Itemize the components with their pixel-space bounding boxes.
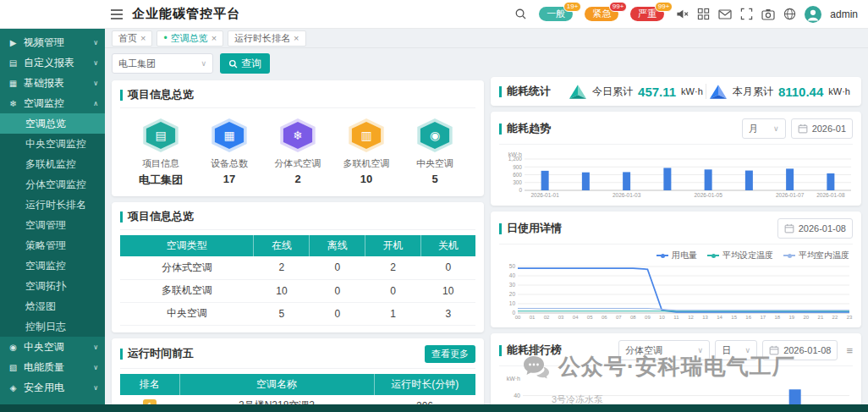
- view-more-button[interactable]: 查看更多: [425, 345, 475, 363]
- chevron-down-icon: ∨: [773, 124, 779, 133]
- svg-text:300: 300: [513, 179, 522, 185]
- query-button[interactable]: 查询: [220, 53, 270, 74]
- title-accent: [120, 349, 123, 360]
- tab-label: 空调总览: [171, 32, 208, 45]
- close-icon[interactable]: ×: [294, 32, 299, 45]
- svg-text:2026-01-03: 2026-01-03: [613, 192, 641, 198]
- sidebar-subitem-控制日志[interactable]: 控制日志: [0, 316, 105, 337]
- alarm-badge-一般[interactable]: 一般19+: [539, 7, 573, 21]
- close-icon[interactable]: ×: [140, 32, 146, 45]
- mail-icon[interactable]: [718, 8, 732, 20]
- sidebar-subitem-焓湿图[interactable]: 焓湿图: [0, 296, 105, 316]
- video-icon: ▶: [7, 38, 19, 47]
- alarm-badge-严重[interactable]: 严重99+: [630, 7, 664, 21]
- alarm-count-badge: 99+: [609, 2, 628, 12]
- sidebar-subitem-多联机监控[interactable]: 多联机监控: [0, 154, 105, 174]
- daily-usage-legend: 用电量平均设定温度平均室内温度: [499, 250, 849, 261]
- trend-date-picker[interactable]: 2026-01: [791, 118, 853, 139]
- rank-period-select[interactable]: 日 ∨: [715, 340, 757, 360]
- overview-label: 设备总数: [197, 157, 261, 170]
- sidebar-item-安全用电[interactable]: ◈安全用电∨: [0, 377, 105, 398]
- energy-trend-chart[interactable]: 03006009001,2002026-01-012026-01-032026-…: [499, 150, 856, 199]
- alarm-badge-紧急[interactable]: 紧急99+: [585, 7, 618, 21]
- sidebar-subitem-空调总览[interactable]: 空调总览: [0, 113, 105, 134]
- chevron-down-icon: ∨: [93, 364, 98, 371]
- svg-text:08: 08: [630, 315, 636, 320]
- trend-period-select[interactable]: 月 ∨: [742, 118, 786, 139]
- sidebar-item-基础报表[interactable]: ▦基础报表∨: [0, 73, 105, 93]
- right-column: 能耗统计 今日累计 457.11 kW·h 本月累计: [491, 77, 861, 407]
- sidebar-subitem-空调监控[interactable]: 空调监控: [0, 255, 105, 276]
- card-title: 运行时间前五: [128, 346, 194, 361]
- sidebar-item-电能质量[interactable]: ▧电能质量∨: [0, 357, 105, 377]
- stat-unit: kW·h: [681, 86, 703, 96]
- svg-text:14: 14: [717, 315, 722, 320]
- multi-ac-icon: ▥: [347, 118, 386, 152]
- fullscreen-icon[interactable]: [740, 8, 753, 20]
- project-info-icon: ▤: [141, 118, 180, 152]
- table-row[interactable]: 中央空调5013: [120, 302, 475, 325]
- svg-text:2026-01-01: 2026-01-01: [531, 192, 560, 198]
- chart-menu-icon[interactable]: ≡: [846, 344, 853, 357]
- svg-text:00: 00: [515, 315, 521, 320]
- legend-item-用电量[interactable]: 用电量: [656, 250, 697, 261]
- sidebar-subitem-分体空调监控[interactable]: 分体空调监控: [0, 174, 105, 195]
- tab-运行时长排名[interactable]: 运行时长排名×: [228, 30, 305, 47]
- svg-text:22: 22: [832, 315, 838, 320]
- sidebar-item-空调监控[interactable]: ❄空调监控∧: [0, 93, 105, 113]
- table-row[interactable]: 分体式空调2020: [120, 256, 475, 279]
- tab-空调总览[interactable]: •空调总览×: [157, 30, 223, 47]
- title-accent: [120, 211, 123, 222]
- sidebar-subitem-运行时长排名[interactable]: 运行时长排名: [0, 195, 105, 215]
- rank-date-picker[interactable]: 2026-01-08: [762, 340, 838, 360]
- sidebar-item-自定义报表[interactable]: ▤自定义报表∨: [0, 52, 105, 73]
- svg-text:50: 50: [509, 263, 516, 269]
- alarm-label: 严重: [638, 8, 656, 19]
- sidebar-subitem-空调管理[interactable]: 空调管理: [0, 215, 105, 235]
- overview-item-分体式空调: ❄分体式空调2: [266, 118, 330, 188]
- chevron-down-icon: ∨: [93, 39, 98, 47]
- sidebar-item-label: 电能质量: [24, 360, 64, 375]
- svg-text:04: 04: [573, 315, 579, 320]
- close-icon[interactable]: ×: [212, 32, 217, 45]
- runtime-rank-card: 运行时间前五 查看更多 排名空调名称运行时长(分钟)12号楼N218空调2206…: [112, 338, 484, 412]
- svg-text:20: 20: [804, 315, 810, 320]
- user-avatar[interactable]: [805, 6, 821, 23]
- content: 电工集团 ∨ 查询 项目信息总览 ▤项目信息电工集团▦设备总数17❄分体式空调2…: [105, 48, 868, 412]
- screenshot-icon[interactable]: [761, 8, 775, 20]
- language-icon[interactable]: [783, 8, 796, 20]
- legend-label: 平均室内温度: [799, 250, 849, 261]
- apps-grid-icon[interactable]: [697, 8, 710, 20]
- ac-status-card: 项目信息总览 空调类型在线离线开机关机分体式空调2020多联机空调100010中…: [112, 202, 484, 332]
- daily-date-picker[interactable]: 2026-01-08: [777, 218, 853, 239]
- menu-toggle-icon[interactable]: [110, 8, 124, 20]
- sidebar-item-视频管理[interactable]: ▶视频管理∨: [0, 32, 105, 52]
- column-header: 运行时长(分钟): [374, 374, 475, 395]
- username: admin: [830, 8, 858, 20]
- sidebar-subitem-中央空调监控[interactable]: 中央空调监控: [0, 134, 105, 154]
- project-select[interactable]: 电工集团 ∨: [112, 53, 213, 74]
- svg-text:2026-01-08: 2026-01-08: [816, 192, 845, 198]
- legend-item-平均室内温度[interactable]: 平均室内温度: [783, 250, 849, 261]
- sidebar-item-中央空调[interactable]: ◉中央空调∨: [0, 337, 105, 357]
- tab-首页[interactable]: 首页×: [112, 30, 152, 47]
- column-header: 离线: [310, 235, 365, 256]
- svg-text:15: 15: [731, 315, 737, 320]
- sidebar-subitem-空调拓扑[interactable]: 空调拓扑: [0, 276, 105, 296]
- safe-power-icon: ◈: [7, 383, 19, 393]
- table-row[interactable]: 多联机空调100010: [120, 279, 475, 302]
- svg-text:900: 900: [513, 164, 522, 170]
- calendar-icon: [798, 124, 808, 134]
- title-accent: [499, 86, 502, 97]
- topbar: 企业能碳管控平台 一般19+紧急99+严重99+ admin: [0, 0, 868, 29]
- legend-item-平均设定温度[interactable]: 平均设定温度: [707, 250, 773, 261]
- search-icon[interactable]: [514, 8, 527, 20]
- rank-type-select[interactable]: 分体空调 ∨: [618, 340, 710, 360]
- main-area: 首页×•空调总览×运行时长排名× 电工集团 ∨ 查询: [105, 29, 868, 412]
- chevron-down-icon: ∨: [745, 346, 751, 354]
- svg-text:23: 23: [847, 315, 853, 320]
- mute-icon[interactable]: [676, 8, 689, 20]
- daily-usage-chart[interactable]: 0102030405000010203040506070809101112131…: [499, 263, 856, 321]
- column-header: 关机: [420, 235, 475, 256]
- sidebar-subitem-策略管理[interactable]: 策略管理: [0, 235, 105, 255]
